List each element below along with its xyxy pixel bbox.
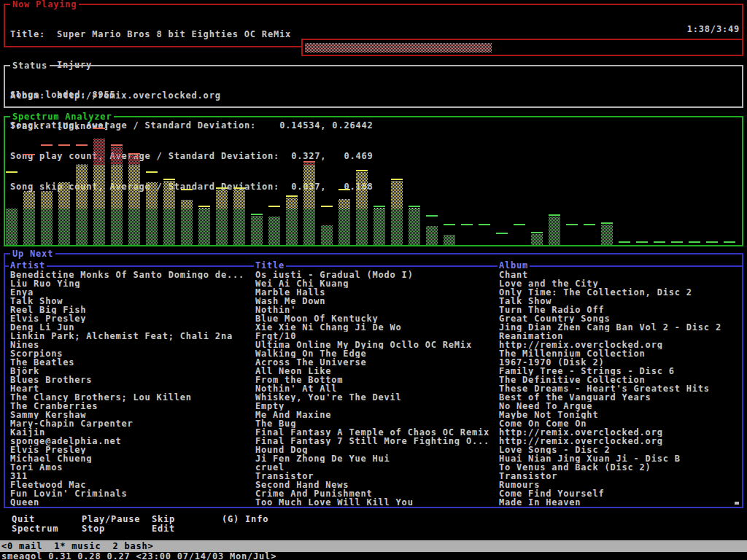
upnext-album-cell[interactable]: Talk Show bbox=[499, 297, 741, 306]
upnext-artist-cell[interactable]: Nines bbox=[10, 341, 254, 349]
upnext-album-cell[interactable]: The Definitive Collection bbox=[499, 376, 741, 384]
upnext-artist-cell[interactable]: Linkin Park; Alchemist Feat; Chali 2na bbox=[10, 332, 254, 341]
upnext-title-cell[interactable]: Blue Moon Of Kentucky bbox=[255, 314, 498, 323]
spectrum-peak-marker bbox=[356, 170, 368, 171]
upnext-title-cell[interactable]: The Bug bbox=[255, 419, 498, 428]
spectrum-bar bbox=[461, 117, 473, 245]
upnext-artist-cell[interactable]: Talk Show bbox=[10, 297, 254, 306]
upnext-artist-cell[interactable]: Fun Lovin' Criminals bbox=[10, 489, 254, 498]
upnext-title-cell[interactable]: Walking On The Edge bbox=[255, 349, 498, 358]
upnext-artist-cell[interactable]: sponge@adelphia.net bbox=[10, 437, 254, 446]
upnext-artist-cell[interactable]: Benedictine Monks Of Santo Domingo de... bbox=[10, 271, 254, 279]
spectrum-bar bbox=[268, 117, 280, 245]
upnext-title-cell[interactable]: Empty bbox=[255, 402, 498, 411]
title-label: Title: bbox=[10, 29, 57, 39]
upnext-album-cell[interactable]: These Dreams - Heart's Greatest Hits bbox=[499, 384, 741, 393]
upnext-artist-cell[interactable]: Elvis Presley bbox=[10, 446, 254, 454]
upnext-artist-cell[interactable]: Deng Li Jun bbox=[10, 323, 254, 332]
upnext-title-cell[interactable]: Wash Me Down bbox=[255, 297, 498, 306]
upnext-album-cell[interactable]: The Millennium Collection bbox=[499, 349, 741, 358]
upnext-album-cell[interactable]: Love and the City bbox=[499, 279, 741, 288]
column-header-title: Title bbox=[254, 261, 286, 271]
upnext-album-cell[interactable]: Huai Nian Jing Xuan Ji - Disc B bbox=[499, 454, 741, 463]
upnext-album-cell[interactable]: 1967-1970 (Disk 2) bbox=[499, 358, 741, 367]
upnext-album-cell[interactable]: Jing Dian Zhen Cang Ban Vol 2 - Disc 2 bbox=[499, 323, 741, 332]
upnext-album-cell[interactable]: To Venus and Back (Disc 2) bbox=[499, 463, 741, 472]
upnext-artist-cell[interactable]: Fleetwood Mac bbox=[10, 481, 254, 489]
upnext-title-cell[interactable]: Nothin' At All bbox=[255, 384, 498, 393]
upnext-title-cell[interactable]: Too Much Love Will Kill You bbox=[255, 498, 498, 507]
upnext-artist-cell[interactable]: Elvis Presley bbox=[10, 314, 254, 323]
upnext-album-cell[interactable]: Turn The Radio Off bbox=[499, 306, 741, 314]
upnext-title-cell[interactable]: Hound Dog bbox=[255, 446, 498, 454]
upnext-artist-cell[interactable]: Mary-Chapin Carpenter bbox=[10, 419, 254, 428]
upnext-album-cell[interactable]: No Need To Argue bbox=[499, 402, 741, 411]
upnext-title-cell[interactable]: Me And Maxine bbox=[255, 411, 498, 419]
upnext-title-cell[interactable]: Final Fantasy A Temple of Chaos OC Remix bbox=[255, 428, 498, 437]
upnext-artist-cell[interactable]: Heart bbox=[10, 384, 254, 393]
upnext-title-cell[interactable]: Crime And Punishment bbox=[255, 489, 498, 498]
upnext-album-cell[interactable]: http://remix.overclocked.org bbox=[499, 428, 741, 437]
upnext-title-cell[interactable]: Across The Universe bbox=[255, 358, 498, 367]
upnext-title-cell[interactable]: Ultima Online My Dying Ocllo OC ReMix bbox=[255, 341, 498, 349]
upnext-title-cell[interactable]: Second Hand News bbox=[255, 481, 498, 489]
upnext-title-cell[interactable]: cruel bbox=[255, 463, 498, 472]
upnext-artist-cell[interactable]: 311 bbox=[10, 472, 254, 481]
upnext-artist-cell[interactable]: Reel Big Fish bbox=[10, 306, 254, 314]
upnext-title-cell[interactable]: Nothin' bbox=[255, 306, 498, 314]
upnext-title-cell[interactable]: All Neon Like bbox=[255, 367, 498, 376]
menu-stop[interactable]: Stop bbox=[82, 524, 105, 534]
spectrum-bars bbox=[5, 117, 742, 245]
upnext-album-cell[interactable]: Family Tree - Strings - Disc 6 bbox=[499, 367, 741, 376]
upnext-title-cell[interactable]: Wei Ai Chi Kuang bbox=[255, 279, 498, 288]
upnext-album-cell[interactable]: Transistor bbox=[499, 472, 741, 481]
upnext-artist-cell[interactable]: Tori Amos bbox=[10, 463, 254, 472]
upnext-title-cell[interactable]: From the Bottom bbox=[255, 376, 498, 384]
spectrum-bar-segment bbox=[163, 209, 175, 245]
upnext-artist-cell[interactable]: Blues Brothers bbox=[10, 376, 254, 384]
upnext-album-cell[interactable]: Great Country Songs bbox=[499, 314, 741, 323]
upnext-album-cell[interactable]: Love Songs - Disc 2 bbox=[499, 446, 741, 454]
upnext-artist-cell[interactable]: Queen bbox=[10, 498, 254, 507]
upnext-album-cell[interactable]: Maybe Not Tonight bbox=[499, 411, 741, 419]
upnext-album-cell[interactable]: Chant bbox=[499, 271, 741, 279]
upnext-artist-cell[interactable]: Michael Chueng bbox=[10, 454, 254, 463]
spectrum-peak-marker bbox=[426, 215, 438, 217]
upnext-title-cell[interactable]: Whiskey, You're The Devil bbox=[255, 393, 498, 402]
menu-spectrum[interactable]: Spectrum bbox=[12, 524, 58, 534]
spectrum-peak-marker bbox=[233, 187, 245, 189]
upnext-title-cell[interactable]: Os iusti - Gradual (Modo I) bbox=[255, 271, 498, 279]
upnext-title-cell[interactable]: Xie Xie Ni Chang Ji De Wo bbox=[255, 323, 498, 332]
spectrum-bar-segment bbox=[6, 209, 18, 245]
upnext-artist-cell[interactable]: Kaijin bbox=[10, 428, 254, 437]
upnext-title-cell[interactable]: Frgt/10 bbox=[255, 332, 498, 341]
progress-bar[interactable] bbox=[301, 39, 743, 56]
upnext-album-cell[interactable]: Come On Come On bbox=[499, 419, 741, 428]
spectrum-bar-segment bbox=[233, 190, 245, 209]
upnext-title-cell[interactable]: Marble Halls bbox=[255, 288, 498, 297]
spectrum-bar bbox=[601, 117, 613, 245]
upnext-artist-cell[interactable]: The Beatles bbox=[10, 358, 254, 367]
upnext-title-cell[interactable]: Ji Fen Zhong De Yue Hui bbox=[255, 454, 498, 463]
upnext-artist-cell[interactable]: The Clancy Brothers; Lou Killen bbox=[10, 393, 254, 402]
upnext-album-cell[interactable]: http://remix.overclocked.org bbox=[499, 437, 741, 446]
upnext-title-cell[interactable]: Transistor bbox=[255, 472, 498, 481]
upnext-album-cell[interactable]: Best of the Vanguard Years bbox=[499, 393, 741, 402]
upnext-album-cell[interactable]: Reanimation bbox=[499, 332, 741, 341]
upnext-artist-cell[interactable]: Liu Ruo Ying bbox=[10, 279, 254, 288]
upnext-artist-cell[interactable]: Enya bbox=[10, 288, 254, 297]
upnext-title-cell[interactable]: Final Fantasy 7 Still More Fighting O... bbox=[255, 437, 498, 446]
upnext-album-cell[interactable]: Only Time: The Collection, Disc 2 bbox=[499, 288, 741, 297]
spectrum-bar bbox=[93, 117, 105, 245]
spectrum-bar-segment bbox=[76, 165, 88, 209]
menu-edit[interactable]: Edit bbox=[152, 524, 175, 534]
menu-info[interactable]: (G) Info bbox=[222, 515, 268, 524]
upnext-artist-cell[interactable]: Björk bbox=[10, 367, 254, 376]
upnext-album-cell[interactable]: Rumours bbox=[499, 481, 741, 489]
upnext-artist-cell[interactable]: Sammy Kershaw bbox=[10, 411, 254, 419]
upnext-album-cell[interactable]: Made In Heaven bbox=[499, 498, 741, 507]
upnext-album-cell[interactable]: Come Find Yourself bbox=[499, 489, 741, 498]
upnext-album-cell[interactable]: http://remix.overclocked.org bbox=[499, 341, 741, 349]
upnext-artist-cell[interactable]: The Cranberries bbox=[10, 402, 254, 411]
upnext-artist-cell[interactable]: Scorpions bbox=[10, 349, 254, 358]
